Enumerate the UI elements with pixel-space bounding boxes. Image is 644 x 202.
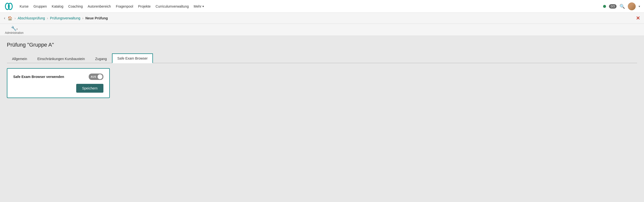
save-button[interactable]: Speichern	[76, 84, 104, 93]
breadcrumb-abschlusspruefung[interactable]: Abschlussprüfung	[18, 16, 45, 20]
nav-projekte[interactable]: Projekte	[138, 4, 150, 8]
search-icon[interactable]: 🔍	[620, 4, 625, 9]
topnav-right: 0/3 🔍 ▾	[603, 2, 640, 10]
avatar-image	[628, 2, 636, 10]
safe-exam-browser-card: Safe Exam Browser verwenden AUS Speicher…	[7, 68, 110, 98]
safe-exam-browser-toggle[interactable]: AUS	[89, 74, 104, 80]
avatar[interactable]	[628, 2, 636, 10]
administration-label: Administration	[5, 31, 24, 34]
tab-einschraenkungen[interactable]: Einschränkungen Kursbaustein	[32, 54, 90, 63]
tab-zugang[interactable]: Zugang	[90, 54, 112, 63]
administration-button[interactable]: 🔧▾ Administration	[5, 26, 24, 34]
nav-autorenbereich[interactable]: Autorenbereich	[88, 4, 111, 8]
nav-links: Kurse Gruppen Katalog Coaching Autorenbe…	[20, 4, 597, 8]
tabs: Allgemein Einschränkungen Kursbaustein Z…	[7, 53, 637, 63]
nav-katalog[interactable]: Katalog	[52, 4, 63, 8]
page-title: Prüfung "Gruppe A"	[7, 42, 637, 48]
home-icon[interactable]: 🏠	[8, 16, 12, 20]
breadcrumb-sep-3: ›	[82, 16, 84, 20]
toggle-state-text: AUS	[91, 76, 96, 78]
sub-toolbar: 🔧▾ Administration	[0, 24, 644, 36]
nav-mehr[interactable]: Mehr	[194, 4, 204, 8]
nav-curriculumverwaltung[interactable]: Curriculumverwaltung	[156, 4, 189, 8]
logo[interactable]	[4, 2, 14, 11]
nav-kurse[interactable]: Kurse	[20, 4, 29, 8]
wrench-icon: 🔧▾	[11, 26, 18, 31]
tab-allgemein[interactable]: Allgemein	[7, 54, 32, 63]
close-button[interactable]: ✕	[636, 15, 640, 21]
breadcrumb: ‹ 🏠 › Abschlussprüfung › Prüfungsverwalt…	[4, 16, 108, 20]
breadcrumb-bar: ‹ 🏠 › Abschlussprüfung › Prüfungsverwalt…	[0, 13, 644, 24]
page-content: Prüfung "Gruppe A" Allgemein Einschränku…	[0, 36, 644, 198]
breadcrumb-sep-2: ›	[47, 16, 48, 20]
top-navigation: Kurse Gruppen Katalog Coaching Autorenbe…	[0, 0, 644, 13]
nav-fragenpool[interactable]: Fragenpool	[116, 4, 133, 8]
toggle-label: Safe Exam Browser verwenden	[13, 75, 85, 79]
nav-gruppen[interactable]: Gruppen	[34, 4, 47, 8]
nav-coaching[interactable]: Coaching	[68, 4, 83, 8]
session-badge[interactable]: 0/3	[609, 4, 616, 8]
breadcrumb-pruefungsverwaltung[interactable]: Prüfungsverwaltung	[50, 16, 80, 20]
back-button[interactable]: ‹	[4, 16, 5, 20]
avatar-chevron[interactable]: ▾	[638, 5, 640, 8]
card-toggle-row: Safe Exam Browser verwenden AUS	[13, 74, 104, 80]
tab-safe-exam-browser[interactable]: Safe Exam Browser	[112, 54, 153, 63]
breadcrumb-current: Neue Prüfung	[85, 16, 108, 20]
toggle-knob	[98, 74, 102, 79]
breadcrumb-sep-1: ›	[14, 16, 16, 20]
card-actions: Speichern	[13, 84, 104, 93]
status-indicator	[603, 5, 606, 8]
